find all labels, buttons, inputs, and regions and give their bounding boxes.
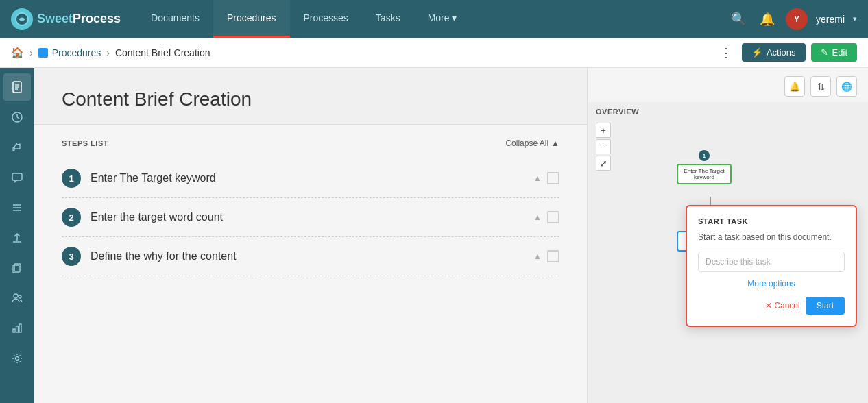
nav-right: 🔍 🔔 Y yeremi ▾ — [728, 8, 857, 30]
sidebar-item-settings[interactable] — [3, 345, 31, 372]
procedures-icon — [38, 48, 48, 58]
sidebar-item-document[interactable] — [3, 73, 31, 101]
svg-point-16 — [14, 294, 18, 298]
popup-start-button[interactable]: Start — [806, 297, 845, 315]
step-number-1: 1 — [62, 169, 81, 188]
brand-logo[interactable]: SweetProcess — [11, 8, 121, 30]
map-controls: + − ⤢ — [596, 123, 611, 171]
svg-rect-20 — [19, 324, 21, 332]
step-number-3: 3 — [62, 247, 81, 266]
step-item-3: 3 Define the why for the content ▲ — [62, 237, 559, 276]
flow-node-1: Enter The Target keyword — [677, 164, 732, 184]
step-text-2: Enter the target word count — [91, 211, 524, 223]
breadcrumb-current: Content Brief Creation — [115, 47, 210, 58]
svg-line-7 — [17, 117, 19, 119]
nav-processes[interactable]: Processes — [290, 0, 362, 38]
sidebar-item-copy[interactable] — [3, 254, 31, 282]
step-item-2: 2 Enter the target word count ▲ — [62, 198, 559, 237]
right-panel: 🔔 ⇅ 🌐 ▶ ▶ Start Start START TASK Start a… — [587, 68, 868, 403]
sidebar-item-upload[interactable] — [3, 224, 31, 252]
zoom-in-button[interactable]: + — [596, 123, 611, 138]
nav-tasks[interactable]: Tasks — [362, 0, 414, 38]
more-options-link[interactable]: More options — [698, 279, 845, 289]
popup-description: Start a task based on this document. — [698, 231, 845, 243]
start-task-popup: START TASK Start a task based on this do… — [686, 205, 857, 327]
breadcrumb-sep1: › — [29, 47, 33, 58]
svg-rect-8 — [13, 147, 14, 151]
step-text-3: Define the why for the content — [91, 250, 524, 262]
step-text-1: Enter The Target keyword — [91, 172, 524, 184]
step-checkbox-3[interactable] — [547, 250, 559, 262]
zoom-out-button[interactable]: − — [596, 139, 611, 154]
page-title: Content Brief Creation — [62, 88, 559, 110]
fit-screen-button[interactable]: ⤢ — [596, 156, 611, 171]
step-checkbox-2[interactable] — [547, 211, 559, 223]
nav-more[interactable]: More ▾ — [414, 0, 471, 38]
step-number-2: 2 — [62, 208, 81, 227]
content-area: Content Brief Creation STEPS LIST Collap… — [34, 68, 868, 403]
top-navigation: SweetProcess Documents Procedures Proces… — [0, 0, 868, 38]
more-options-dots[interactable]: ⋮ — [716, 45, 736, 60]
chevron-up-icon: ▲ — [551, 138, 559, 148]
overview-label: OVERVIEW — [596, 108, 639, 116]
step-controls-3: ▲ — [533, 250, 559, 262]
step-checkbox-1[interactable] — [547, 172, 559, 184]
cancel-button[interactable]: ✕ Cancel — [765, 301, 800, 310]
breadcrumb-sep2: › — [106, 47, 110, 58]
sidebar-item-thumbup[interactable] — [3, 134, 31, 161]
steps-header: STEPS LIST Collapse All ▲ — [62, 138, 559, 148]
sidebar-item-clock[interactable] — [3, 103, 31, 131]
collapse-all-button[interactable]: Collapse All ▲ — [505, 138, 559, 148]
bell-button[interactable]: 🔔 — [784, 76, 805, 97]
brand-text: SweetProcess — [37, 12, 121, 26]
steps-section: STEPS LIST Collapse All ▲ 1 Enter The Ta… — [34, 125, 587, 290]
breadcrumb-actions: ⋮ ⚡ Actions ✎ Edit — [716, 43, 857, 62]
step-controls-2: ▲ — [533, 211, 559, 223]
actions-button[interactable]: ⚡ Actions — [742, 43, 806, 62]
notification-icon[interactable]: 🔔 — [757, 9, 777, 29]
step-up-arrow-3[interactable]: ▲ — [533, 252, 542, 261]
sidebar-item-chat[interactable] — [3, 164, 31, 191]
steps-list-label: STEPS LIST — [62, 139, 108, 147]
user-name[interactable]: yeremi — [816, 14, 845, 25]
avatar[interactable]: Y — [786, 8, 808, 30]
popup-title: START TASK — [698, 217, 845, 225]
step-item-1: 1 Enter The Target keyword ▲ — [62, 159, 559, 198]
nav-procedures[interactable]: Procedures — [213, 0, 290, 38]
svg-rect-19 — [16, 326, 19, 332]
edit-button[interactable]: ✎ Edit — [811, 43, 857, 62]
brand-icon — [11, 8, 33, 30]
flow-badge-1: 1 — [699, 150, 710, 161]
svg-point-17 — [19, 295, 21, 298]
globe-button[interactable]: 🌐 — [836, 76, 857, 97]
sidebar — [0, 68, 34, 403]
step-up-arrow-2[interactable]: ▲ — [533, 212, 542, 222]
nav-documents[interactable]: Documents — [137, 0, 213, 38]
describe-task-input[interactable] — [698, 252, 845, 272]
popup-actions: ✕ Cancel Start — [698, 297, 845, 315]
main-layout: Content Brief Creation STEPS LIST Collap… — [0, 68, 868, 403]
edit-icon: ✎ — [821, 47, 828, 58]
right-panel-icons: 🔔 ⇅ 🌐 — [588, 68, 868, 102]
page-header: Content Brief Creation — [34, 68, 587, 125]
main-content: Content Brief Creation STEPS LIST Collap… — [34, 68, 587, 403]
step-up-arrow-1[interactable]: ▲ — [533, 173, 542, 183]
breadcrumb-home[interactable]: 🏠 — [11, 47, 24, 59]
step-controls-1: ▲ — [533, 172, 559, 184]
breadcrumb-bar: 🏠 › Procedures › Content Brief Creation … — [0, 38, 868, 68]
svg-rect-18 — [13, 329, 15, 332]
svg-rect-9 — [12, 173, 22, 180]
sidebar-item-chart[interactable] — [3, 315, 31, 342]
nav-items: Documents Procedures Processes Tasks Mor… — [137, 0, 728, 38]
sidebar-item-list[interactable] — [3, 194, 31, 221]
svg-point-21 — [16, 357, 19, 361]
sort-button[interactable]: ⇅ — [810, 76, 831, 97]
lightning-icon: ⚡ — [751, 47, 762, 58]
search-icon[interactable]: 🔍 — [728, 9, 749, 29]
user-dropdown-icon[interactable]: ▾ — [853, 14, 857, 23]
breadcrumb-procedures[interactable]: Procedures — [38, 47, 101, 58]
sidebar-item-users[interactable] — [3, 284, 31, 312]
